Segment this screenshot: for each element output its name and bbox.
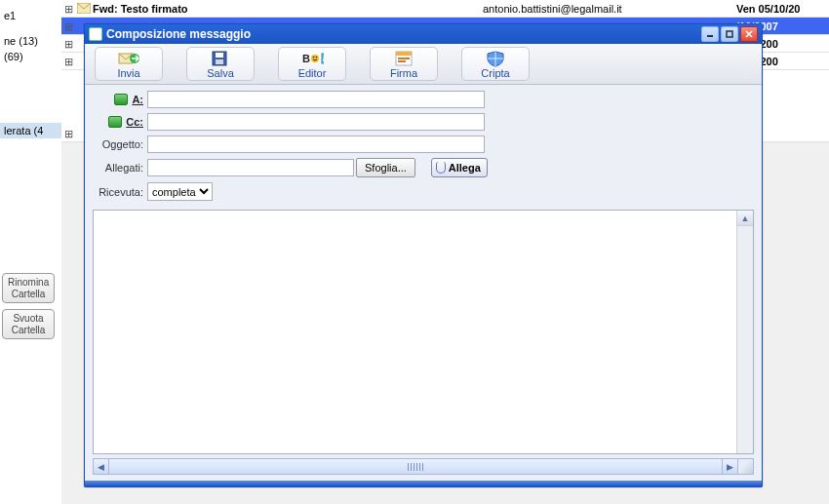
attach-button-label: Allega [449, 162, 481, 174]
close-button[interactable] [740, 26, 758, 42]
toolbar-label: Editor [298, 67, 327, 79]
save-icon [209, 50, 232, 67]
scroll-up-icon[interactable]: ▲ [737, 211, 753, 226]
svg-text:B: B [302, 53, 310, 64]
address-book-icon [114, 94, 128, 105]
expand-icon[interactable]: ⊞ [61, 35, 75, 52]
editor-vertical-scrollbar[interactable]: ▲ [736, 211, 753, 453]
to-address-book-button[interactable]: A: [93, 91, 147, 108]
editor-button[interactable]: Bab Editor [278, 47, 346, 81]
compose-window: Composizione messaggio Invia Salva Bab E… [84, 23, 763, 487]
cc-address-book-button[interactable]: Cc: [93, 113, 147, 131]
browse-button[interactable]: Sfoglia... [356, 158, 415, 177]
rename-folder-button[interactable]: RinominaCartella [2, 273, 55, 303]
folder-item[interactable]: e1 [0, 8, 61, 23]
toolbar-label: Cripta [481, 67, 509, 79]
attach-button[interactable]: Allega [431, 158, 488, 177]
empty-folder-button[interactable]: SvuotaCartella [2, 309, 55, 339]
toolbar-label: Firma [390, 67, 417, 79]
message-body-field[interactable] [94, 211, 736, 453]
message-row[interactable]: ⊞ Fwd: Testo firmato antonio.battistini@… [61, 0, 829, 18]
expand-icon[interactable]: ⊞ [61, 125, 75, 141]
cc-label: Cc: [126, 116, 143, 128]
svg-rect-9 [216, 59, 223, 64]
sign-icon [392, 50, 415, 67]
scroll-left-icon[interactable]: ◀ [94, 459, 109, 474]
attachment-path-field[interactable] [147, 159, 354, 176]
folder-item[interactable]: ne (13) [0, 33, 61, 49]
folders-sidebar: e1 ne (13) (69) lerata (4 RinominaCartel… [0, 0, 61, 504]
send-button[interactable]: Invia [95, 47, 163, 81]
encrypt-button[interactable]: Cripta [461, 47, 530, 81]
save-button[interactable]: Salva [186, 47, 255, 81]
compose-window-icon [89, 27, 102, 41]
message-from: antonio.battistini@legalmail.it [483, 0, 736, 17]
receipt-select[interactable]: completa [147, 182, 213, 201]
svg-rect-2 [727, 31, 732, 37]
receipt-label: Ricevuta: [93, 186, 147, 198]
svg-rect-8 [216, 53, 223, 58]
resize-grip-icon[interactable] [737, 459, 753, 474]
toolbar: Invia Salva Bab Editor Firma Cripta [85, 44, 762, 85]
editor-icon: Bab [300, 50, 324, 67]
svg-point-11 [311, 55, 319, 62]
address-book-icon [108, 116, 122, 128]
horizontal-scrollbar[interactable]: ◀ ▶ [93, 458, 754, 475]
toolbar-label: Salva [207, 67, 234, 79]
attachments-label: Allegati: [93, 162, 147, 174]
compose-form: A: Cc: Oggetto: Allegati: Sfoglia... All… [85, 85, 762, 210]
svg-rect-17 [396, 52, 412, 56]
scroll-right-icon[interactable]: ▶ [722, 459, 737, 474]
message-body-container: ▲ [93, 210, 754, 454]
toolbar-label: Invia [117, 67, 139, 79]
svg-point-12 [313, 57, 315, 58]
maximize-button[interactable] [721, 26, 738, 42]
svg-rect-18 [398, 58, 410, 59]
paperclip-icon [436, 162, 446, 174]
to-field[interactable] [147, 91, 485, 108]
sign-button[interactable]: Firma [370, 47, 438, 81]
send-icon [117, 50, 140, 67]
scrollbar-thumb[interactable] [109, 459, 722, 474]
svg-text:ab: ab [323, 56, 324, 62]
shield-icon [484, 50, 507, 67]
titlebar[interactable]: Composizione messaggio [85, 24, 762, 44]
window-footer [85, 481, 762, 486]
svg-rect-19 [398, 60, 406, 62]
expand-icon[interactable]: ⊞ [61, 18, 75, 34]
expand-icon[interactable]: ⊞ [61, 0, 75, 17]
envelope-icon [75, 0, 93, 17]
expand-icon[interactable]: ⊞ [61, 53, 75, 69]
svg-point-13 [316, 57, 318, 58]
minimize-button[interactable] [701, 26, 719, 42]
folder-item[interactable]: (69) [0, 49, 61, 64]
subject-label: Oggetto: [93, 138, 147, 150]
subject-field[interactable] [147, 136, 485, 153]
message-date: Ven 05/10/20 [736, 0, 829, 17]
cc-field[interactable] [147, 113, 485, 131]
window-title: Composizione messaggio [106, 27, 251, 41]
message-subject: Fwd: Testo firmato [93, 0, 483, 17]
folder-item[interactable]: lerata (4 [0, 123, 61, 138]
to-label: A: [132, 94, 143, 105]
